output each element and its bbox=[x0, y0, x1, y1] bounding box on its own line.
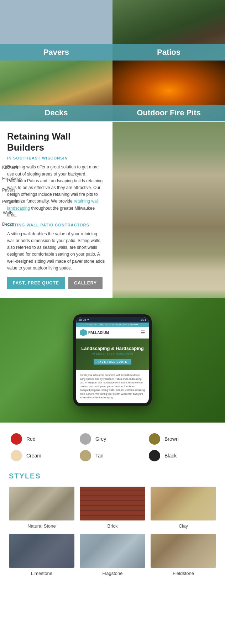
phone-logo: PALLADIUM bbox=[80, 329, 109, 336]
style-item-natural-stone[interactable]: Natural Stone bbox=[9, 487, 74, 529]
sidebar-item-kitchens[interactable]: Kitchens bbox=[0, 165, 22, 170]
sidebar-item-pavers[interactable]: Pavers bbox=[0, 188, 22, 193]
palladium-logo-icon bbox=[80, 329, 87, 336]
phone-hero-btn[interactable]: FAST, FREE QUOTE bbox=[94, 359, 132, 365]
brick-label: Brick bbox=[80, 523, 145, 529]
wall-buttons: FAST, FREE QUOTE GALLERY bbox=[7, 277, 105, 289]
color-item-cream[interactable]: Cream bbox=[11, 450, 76, 461]
phone-hero-title: Landscaping & Hardscaping bbox=[80, 346, 145, 351]
sidebar-item-label: Walls bbox=[3, 210, 13, 215]
wall-heading: Retaining Wall Builders bbox=[7, 131, 105, 153]
decks-label: Decks bbox=[0, 105, 112, 121]
color-item-grey[interactable]: Grey bbox=[80, 433, 145, 445]
sitting-wall-subtitle: SITTING WALL PATIO CONTRACTORS bbox=[7, 223, 105, 227]
phone-header: PALLADIUM ☰ bbox=[76, 327, 149, 339]
color-label-brown: Brown bbox=[164, 436, 179, 442]
quote-button[interactable]: FAST, FREE QUOTE bbox=[7, 277, 65, 289]
status-right: 1:04 bbox=[140, 318, 146, 321]
pavers-label: Pavers bbox=[0, 44, 112, 61]
retaining-wall-section: Kitchens Fireplaces Pavers Pergolas Wall… bbox=[0, 121, 225, 298]
color-dot-brown bbox=[149, 433, 160, 445]
limestone-label: Limestone bbox=[9, 571, 74, 576]
color-item-red[interactable]: Red bbox=[11, 433, 76, 445]
sidebar-item-decks[interactable]: Decks bbox=[0, 222, 22, 227]
natural-stone-thumb bbox=[9, 487, 74, 520]
firepits-label: Outdoor Fire Pits bbox=[112, 105, 225, 121]
colors-grid: Red Grey Brown Cream Tan Black bbox=[11, 433, 214, 461]
phone-body-text: Enrich your Wisconsin summers with beaut… bbox=[76, 370, 149, 403]
wall-content: Kitchens Fireplaces Pavers Pergolas Wall… bbox=[0, 122, 112, 298]
limestone-thumb bbox=[9, 534, 74, 568]
style-item-brick[interactable]: Brick bbox=[80, 487, 145, 529]
natural-stone-label: Natural Stone bbox=[9, 523, 74, 529]
color-dot-grey bbox=[80, 433, 91, 445]
flagstone-thumb bbox=[80, 534, 145, 568]
sidebar-item-fireplaces[interactable]: Fireplaces bbox=[0, 176, 22, 181]
hamburger-icon[interactable]: ☰ bbox=[141, 330, 145, 335]
gallery-button[interactable]: GALLERY bbox=[68, 277, 103, 289]
phone-status-bar: Ull .H ✦ 1:04 bbox=[76, 317, 149, 323]
sidebar-item-pergolas[interactable]: Pergolas bbox=[0, 199, 22, 204]
phone-mockup: Ull .H ✦ 1:04 PRISTINE. PERSONALIZED. PA… bbox=[73, 314, 152, 406]
phone-hero-banner: Landscaping & Hardscaping IN SOUTHEAST W… bbox=[76, 339, 149, 370]
color-dot-cream bbox=[11, 450, 22, 461]
sidebar-item-label: Pavers bbox=[2, 188, 15, 193]
side-nav: Kitchens Fireplaces Pavers Pergolas Wall… bbox=[0, 165, 22, 227]
hero-cell-firepits[interactable]: Outdoor Fire Pits bbox=[112, 61, 225, 121]
phone-section: Ull .H ✦ 1:04 PRISTINE. PERSONALIZED. PA… bbox=[0, 298, 225, 423]
hero-cell-patios[interactable]: Patios bbox=[112, 0, 225, 61]
color-item-black[interactable]: Black bbox=[149, 450, 214, 461]
color-label-red: Red bbox=[26, 436, 36, 442]
phone-hero-subtitle: IN SOUTHEAST WISCONSIN bbox=[80, 352, 145, 355]
wall-body2: A sitting wall doubles the value of your… bbox=[7, 231, 105, 272]
color-item-tan[interactable]: Tan bbox=[80, 450, 145, 461]
hero-cell-decks[interactable]: Decks bbox=[0, 61, 112, 121]
styles-section: STYLES Natural Stone Brick Clay Limeston… bbox=[0, 468, 225, 587]
color-label-grey: Grey bbox=[95, 436, 106, 442]
styles-grid: Natural Stone Brick Clay Limestone Flags… bbox=[9, 487, 216, 576]
phone-screen: Ull .H ✦ 1:04 PRISTINE. PERSONALIZED. PA… bbox=[76, 317, 149, 403]
fieldstone-thumb bbox=[151, 534, 216, 568]
phone-banner-top: PRISTINE. PERSONALIZED. PALLADIUM. bbox=[76, 323, 149, 327]
sidebar-item-label: Kitchens bbox=[2, 165, 19, 170]
color-label-tan: Tan bbox=[95, 453, 104, 459]
hero-grid: Pavers Patios Decks Outdoor Fire Pits bbox=[0, 0, 225, 121]
style-item-flagstone[interactable]: Flagstone bbox=[80, 534, 145, 576]
wall-image bbox=[112, 122, 225, 298]
style-item-limestone[interactable]: Limestone bbox=[9, 534, 74, 576]
color-dot-tan bbox=[80, 450, 91, 461]
sidebar-item-label: Decks bbox=[2, 222, 14, 227]
colors-section: Red Grey Brown Cream Tan Black bbox=[0, 423, 225, 468]
style-item-fieldstone[interactable]: Fieldstone bbox=[151, 534, 216, 576]
color-dot-red bbox=[11, 433, 22, 445]
color-label-black: Black bbox=[164, 453, 177, 459]
style-item-clay[interactable]: Clay bbox=[151, 487, 216, 529]
flagstone-label: Flagstone bbox=[80, 571, 145, 576]
sidebar-item-walls[interactable]: Walls bbox=[0, 210, 22, 215]
phone-logo-text: PALLADIUM bbox=[88, 331, 109, 335]
clay-thumb bbox=[151, 487, 216, 520]
brick-thumb bbox=[80, 487, 145, 520]
styles-title: STYLES bbox=[9, 472, 216, 480]
color-item-brown[interactable]: Brown bbox=[149, 433, 214, 445]
color-dot-black bbox=[149, 450, 160, 461]
sidebar-item-label: Pergolas bbox=[2, 199, 19, 204]
patios-label: Patios bbox=[112, 44, 225, 61]
hero-cell-pavers[interactable]: Pavers bbox=[0, 0, 112, 61]
wall-location: IN SOUTHEAST WISCONSIN bbox=[7, 156, 105, 160]
status-left: Ull .H ✦ bbox=[79, 318, 89, 321]
wall-body1: Retaining walls offer a great solution t… bbox=[7, 164, 105, 219]
sidebar-item-label: Fireplaces bbox=[2, 176, 22, 181]
clay-label: Clay bbox=[151, 523, 216, 529]
color-label-cream: Cream bbox=[26, 453, 41, 459]
wall-image-background bbox=[112, 122, 225, 298]
fieldstone-label: Fieldstone bbox=[151, 571, 216, 576]
